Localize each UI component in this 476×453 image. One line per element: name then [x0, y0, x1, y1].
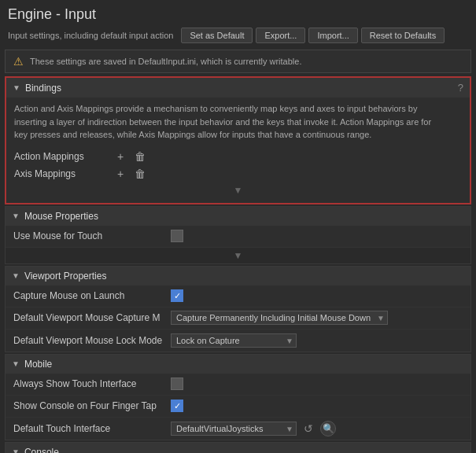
console-section: ▼ Console ▶ Console Keys 1 Array element…: [5, 442, 471, 454]
warning-icon: ⚠: [13, 55, 24, 68]
viewport-properties-section: ▼ Viewport Properties Capture Mouse on L…: [5, 266, 471, 352]
show-console-label: Show Console on Four Finger Tap: [13, 400, 171, 411]
viewport-collapse-arrow: ▼: [12, 271, 20, 280]
bindings-expand-arrow: ▼: [14, 182, 462, 198]
console-section-header[interactable]: ▼ Console: [6, 443, 470, 454]
capture-mouse-on-launch-value: [171, 289, 463, 302]
info-bar-message: These settings are saved in DefaultInput…: [30, 57, 301, 66]
use-mouse-for-touch-row: Use Mouse for Touch: [6, 226, 470, 248]
mobile-collapse-arrow: ▼: [12, 359, 20, 368]
info-bar: ⚠ These settings are saved in DefaultInp…: [5, 50, 471, 73]
console-section-title: Console: [24, 447, 59, 454]
mouse-properties-header[interactable]: ▼ Mouse Properties: [6, 207, 470, 226]
show-console-row: Show Console on Four Finger Tap: [6, 396, 470, 418]
bindings-section-title: Bindings: [25, 83, 61, 94]
mouse-collapse-arrow: ▼: [12, 212, 20, 220]
viewport-properties-title: Viewport Properties: [24, 271, 107, 282]
default-touch-interface-value: DefaultVirtualJoysticks ▼ ↺ 🔍: [171, 421, 463, 436]
bindings-section-content: Action and Axis Mappings provide a mecha…: [6, 98, 470, 203]
action-mappings-label: Action Mappings: [14, 151, 109, 162]
toolbar: Input settings, including default input …: [8, 28, 468, 43]
mouse-properties-title: Mouse Properties: [24, 211, 98, 222]
use-mouse-for-touch-checkbox[interactable]: [171, 230, 183, 242]
default-viewport-lock-value: Lock on Capture Do Not Lock Lock Always …: [171, 333, 463, 348]
mobile-section: ▼ Mobile Always Show Touch Interface Sho…: [5, 354, 471, 440]
axis-mappings-delete-button[interactable]: 🗑: [132, 168, 148, 180]
default-viewport-capture-dropdown[interactable]: Capture Permanently Including Initial Mo…: [171, 311, 388, 325]
default-viewport-lock-label: Default Viewport Mouse Lock Mode: [13, 335, 171, 346]
default-viewport-capture-value: Capture Permanently Including Initial Mo…: [171, 311, 463, 325]
default-viewport-lock-dropdown[interactable]: Lock on Capture Do Not Lock Lock Always: [171, 333, 297, 348]
default-touch-search-button[interactable]: 🔍: [320, 421, 336, 436]
capture-mouse-on-launch-row: Capture Mouse on Launch: [6, 285, 470, 308]
action-mappings-delete-button[interactable]: 🗑: [132, 150, 148, 163]
default-touch-interface-label: Default Touch Interface: [13, 423, 171, 434]
show-console-value: [171, 400, 463, 412]
default-touch-dropdown[interactable]: DefaultVirtualJoysticks: [171, 422, 297, 436]
action-mappings-add-button[interactable]: +: [115, 150, 126, 163]
mobile-section-header[interactable]: ▼ Mobile: [6, 355, 470, 374]
default-touch-interface-row: Default Touch Interface DefaultVirtualJo…: [6, 418, 470, 440]
default-touch-dropdown-wrapper: DefaultVirtualJoysticks ▼: [171, 422, 297, 436]
import-button[interactable]: Import...: [308, 28, 357, 43]
use-mouse-for-touch-label: Use Mouse for Touch: [13, 230, 171, 241]
always-show-touch-row: Always Show Touch Interface: [6, 374, 470, 396]
bindings-section: ▼ Bindings ? Action and Axis Mappings pr…: [5, 76, 471, 204]
show-console-checkbox[interactable]: [171, 400, 183, 412]
axis-mappings-label: Axis Mappings: [14, 168, 109, 179]
default-viewport-capture-row: Default Viewport Mouse Capture M Capture…: [6, 308, 470, 330]
always-show-touch-checkbox[interactable]: [171, 378, 183, 390]
always-show-touch-label: Always Show Touch Interface: [13, 378, 171, 389]
mobile-section-title: Mobile: [24, 359, 52, 370]
default-viewport-lock-row: Default Viewport Mouse Lock Mode Lock on…: [6, 330, 470, 352]
default-viewport-lock-dropdown-wrapper: Lock on Capture Do Not Lock Lock Always …: [171, 333, 297, 348]
mouse-expand-arrow: ▼: [6, 248, 470, 263]
bindings-description: Action and Axis Mappings provide a mecha…: [14, 102, 462, 142]
export-button[interactable]: Export...: [256, 28, 305, 43]
axis-mappings-add-button[interactable]: +: [115, 168, 126, 180]
mouse-properties-section: ▼ Mouse Properties Use Mouse for Touch ▼: [5, 206, 471, 264]
use-mouse-for-touch-value: [171, 230, 463, 242]
bindings-collapse-arrow: ▼: [13, 83, 20, 92]
toolbar-description: Input settings, including default input …: [8, 31, 173, 40]
set-as-default-button[interactable]: Set as Default: [181, 28, 253, 43]
page-header: Engine - Input Input settings, including…: [0, 0, 476, 46]
reset-to-defaults-button[interactable]: Reset to Defaults: [361, 28, 445, 43]
action-mappings-row: Action Mappings + 🗑: [14, 148, 462, 165]
page-title: Engine - Input: [8, 6, 468, 23]
default-viewport-capture-dropdown-wrapper: Capture Permanently Including Initial Mo…: [171, 311, 388, 325]
capture-mouse-on-launch-checkbox[interactable]: [171, 289, 183, 302]
axis-mappings-row: Axis Mappings + 🗑: [14, 165, 462, 182]
default-touch-reset-button[interactable]: ↺: [301, 422, 315, 435]
viewport-properties-header[interactable]: ▼ Viewport Properties: [6, 267, 470, 285]
bindings-section-header[interactable]: ▼ Bindings ?: [6, 78, 470, 98]
capture-mouse-on-launch-label: Capture Mouse on Launch: [13, 290, 171, 301]
console-collapse-arrow: ▼: [12, 447, 20, 453]
bindings-help-icon: ?: [458, 82, 463, 94]
default-viewport-capture-label: Default Viewport Mouse Capture M: [13, 312, 171, 323]
always-show-touch-value: [171, 378, 463, 390]
